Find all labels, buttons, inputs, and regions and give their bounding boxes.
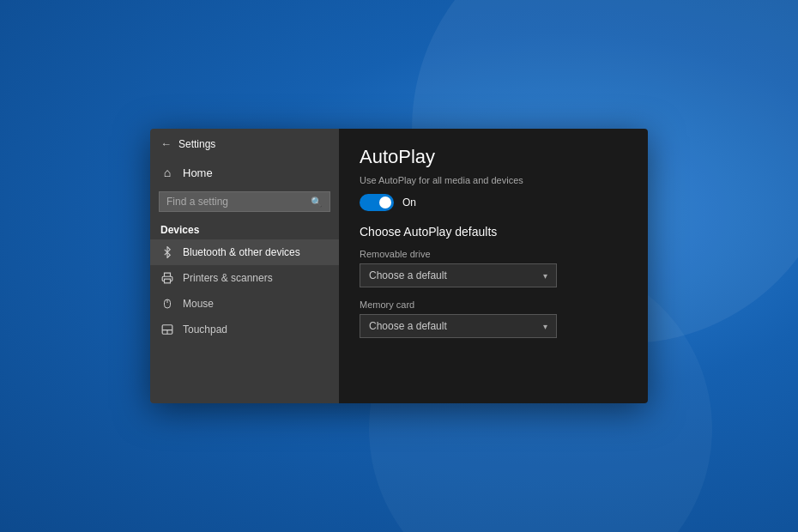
choose-defaults-heading: Choose AutoPlay defaults xyxy=(360,225,627,239)
touchpad-label: Touchpad xyxy=(183,323,227,336)
section-label-devices: Devices xyxy=(150,217,339,239)
sidebar-item-home[interactable]: ⌂ Home xyxy=(150,159,339,186)
content-panel: AutoPlay Use AutoPlay for all media and … xyxy=(339,129,648,403)
removable-drive-value: Choose a default xyxy=(369,269,447,281)
printers-label: Printers & scanners xyxy=(183,272,273,284)
search-icon: 🔍 xyxy=(311,196,323,208)
autoplay-description: Use AutoPlay for all media and devices xyxy=(360,175,627,185)
sidebar-item-bluetooth[interactable]: Bluetooth & other devices xyxy=(150,239,339,265)
touchpad-icon xyxy=(160,323,174,336)
toggle-label: On xyxy=(402,196,416,209)
memory-card-dropdown[interactable]: Choose a default ▾ xyxy=(360,314,557,338)
svg-rect-0 xyxy=(165,279,171,283)
sidebar-item-printers[interactable]: Printers & scanners xyxy=(150,265,339,291)
sidebar-item-mouse[interactable]: Mouse xyxy=(150,291,339,317)
removable-drive-label: Removable drive xyxy=(360,249,627,259)
search-box[interactable]: 🔍 xyxy=(159,191,330,212)
bluetooth-label: Bluetooth & other devices xyxy=(183,246,300,258)
chevron-down-icon-2: ▾ xyxy=(543,322,547,331)
settings-window: ← Settings ⌂ Home 🔍 Devices Bluetooth & … xyxy=(150,129,648,403)
back-button[interactable]: ← xyxy=(160,137,172,150)
sidebar-item-touchpad[interactable]: Touchpad xyxy=(150,317,339,342)
toggle-thumb xyxy=(379,196,391,209)
memory-card-value: Choose a default xyxy=(369,320,447,332)
sidebar-header: ← Settings xyxy=(150,129,339,159)
bluetooth-icon xyxy=(160,245,174,259)
settings-title: Settings xyxy=(178,138,215,150)
chevron-down-icon: ▾ xyxy=(543,271,547,281)
home-label: Home xyxy=(183,166,213,179)
home-icon: ⌂ xyxy=(160,166,174,179)
page-title: AutoPlay xyxy=(360,146,627,168)
mouse-label: Mouse xyxy=(183,298,214,310)
toggle-row: On xyxy=(360,194,627,211)
printer-icon xyxy=(160,271,174,285)
sidebar: ← Settings ⌂ Home 🔍 Devices Bluetooth & … xyxy=(150,129,339,403)
removable-drive-dropdown[interactable]: Choose a default ▾ xyxy=(360,263,557,287)
autoplay-toggle[interactable] xyxy=(360,194,394,211)
memory-card-label: Memory card xyxy=(360,299,627,310)
mouse-icon xyxy=(160,297,174,311)
search-input[interactable] xyxy=(166,196,305,208)
